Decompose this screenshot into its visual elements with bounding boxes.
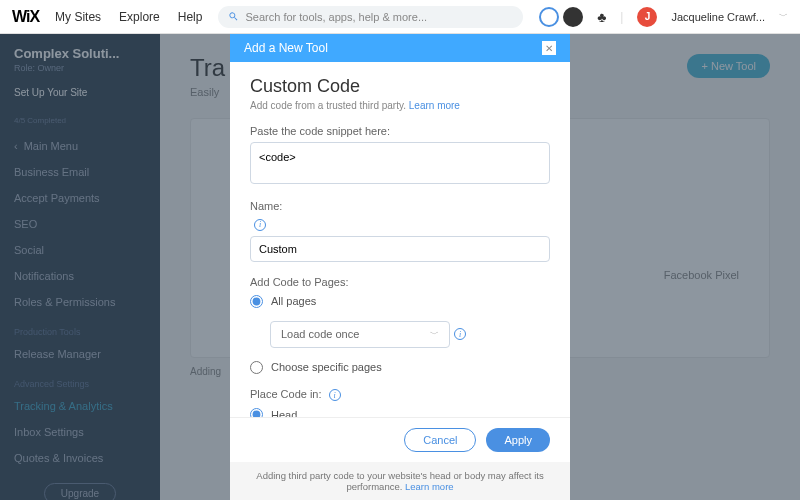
modal-header: Add a New Tool ✕ xyxy=(230,34,570,62)
learn-more-link[interactable]: Learn more xyxy=(409,100,460,111)
search-placeholder: Search for tools, apps, help & more... xyxy=(245,11,427,23)
close-icon[interactable]: ✕ xyxy=(542,41,556,55)
modal-subtitle: Add code from a trusted third party. Lea… xyxy=(250,100,550,111)
radio-specific-pages[interactable]: Choose specific pages xyxy=(250,361,550,374)
chat-icon[interactable] xyxy=(563,7,583,27)
modal-header-title: Add a New Tool xyxy=(244,41,328,55)
modal-overlay: Add a New Tool ✕ Custom Code Add code fr… xyxy=(0,34,800,500)
radio-all-pages[interactable]: All pages xyxy=(250,295,550,308)
wix-logo[interactable]: WiX xyxy=(12,8,39,26)
modal-footer: Cancel Apply xyxy=(230,417,570,462)
radio-head[interactable]: Head xyxy=(250,408,550,417)
name-label: Name: xyxy=(250,200,550,212)
place-code-label: Place Code in: i xyxy=(250,388,550,402)
nav-my-sites[interactable]: My Sites xyxy=(55,10,101,24)
modal-title: Custom Code xyxy=(250,76,550,97)
chevron-down-icon[interactable]: ﹀ xyxy=(779,10,788,23)
cancel-button[interactable]: Cancel xyxy=(404,428,476,452)
nav-help[interactable]: Help xyxy=(178,10,203,24)
avatar[interactable]: J xyxy=(637,7,657,27)
user-name[interactable]: Jacqueline Crawf... xyxy=(671,11,765,23)
search-icon xyxy=(228,11,239,22)
apply-button[interactable]: Apply xyxy=(486,428,550,452)
search-input[interactable]: Search for tools, apps, help & more... xyxy=(218,6,523,28)
custom-code-modal: Add a New Tool ✕ Custom Code Add code fr… xyxy=(230,34,570,500)
info-icon[interactable]: i xyxy=(454,328,466,340)
name-input[interactable] xyxy=(250,236,550,262)
top-right: ♣ | J Jacqueline Crawf... ﹀ xyxy=(539,7,788,27)
bell-icon[interactable]: ♣ xyxy=(597,9,606,25)
paste-label: Paste the code snippet here: xyxy=(250,125,550,137)
load-code-select[interactable]: Load code once﹀ xyxy=(270,321,450,348)
add-pages-label: Add Code to Pages: xyxy=(250,276,550,288)
help-circle-icon[interactable] xyxy=(539,7,559,27)
info-icon[interactable]: i xyxy=(254,219,266,231)
code-snippet-input[interactable]: <code> xyxy=(250,142,550,184)
warning-learn-more[interactable]: Learn more xyxy=(405,481,454,492)
warning-bar: Adding third party code to your website'… xyxy=(230,462,570,500)
top-bar: WiX My Sites Explore Help Search for too… xyxy=(0,0,800,34)
top-nav: My Sites Explore Help xyxy=(55,10,202,24)
info-icon[interactable]: i xyxy=(329,389,341,401)
chevron-down-icon: ﹀ xyxy=(430,328,439,341)
nav-explore[interactable]: Explore xyxy=(119,10,160,24)
